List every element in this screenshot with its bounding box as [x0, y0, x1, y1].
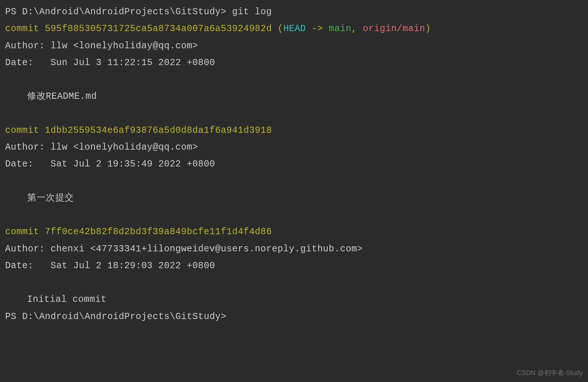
commit-hash: 7ff0ce42b82f8d2bd3f39a849bcfe11f1d4f4d86 [45, 226, 272, 237]
author-line: Author: chenxi <47733341+lilongweidev@us… [5, 241, 583, 258]
author-line: Author: llw <lonelyholiday@qq.com> [5, 38, 583, 55]
terminal-output[interactable]: PS D:\Android\AndroidProjects\GitStudy> … [5, 4, 583, 325]
refs-close-paren: ) [425, 23, 431, 34]
git-command: git log [232, 7, 272, 17]
author-line: Author: llw <lonelyholiday@qq.com> [5, 139, 583, 156]
branch-remote: origin/main [363, 23, 425, 34]
refs-comma: , [351, 23, 363, 34]
date-line: Date: Sun Jul 3 11:22:15 2022 +0800 [5, 55, 583, 71]
commit-message: 修改README.md [5, 88, 583, 105]
date-line: Date: Sat Jul 2 18:29:03 2022 +0800 [5, 258, 583, 274]
ps-prompt: PS D:\Android\AndroidProjects\GitStudy> [5, 311, 227, 322]
date-line: Date: Sat Jul 2 19:35:49 2022 +0800 [5, 156, 583, 173]
commit-hash-line: commit 7ff0ce42b82f8d2bd3f39a849bcfe11f1… [5, 224, 583, 240]
commit-prefix: commit [5, 125, 45, 136]
arrow-icon: -> [306, 23, 329, 34]
commit-hash: 595f885305731725ca5a8734a007a6a53924982d [45, 23, 272, 34]
refs-open-paren: ( [272, 23, 283, 34]
branch-local: main [329, 23, 351, 34]
ps-prompt: PS D:\Android\AndroidProjects\GitStudy> [5, 7, 232, 17]
blank-line [5, 71, 583, 88]
blank-line [5, 173, 583, 190]
commit-hash-line: commit 595f885305731725ca5a8734a007a6a53… [5, 20, 583, 37]
commit-prefix: commit [5, 226, 45, 237]
commit-hash: 1dbb2559534e6af93876a5d0d8da1f6a941d3918 [45, 125, 272, 136]
commit-message: 第一次提交 [5, 190, 583, 207]
head-ref: HEAD [283, 23, 306, 34]
blank-line [5, 274, 583, 291]
commit-prefix: commit [5, 23, 45, 34]
commit-message: Initial commit [5, 291, 583, 308]
prompt-line-1: PS D:\Android\AndroidProjects\GitStudy> … [5, 4, 583, 20]
prompt-line-2[interactable]: PS D:\Android\AndroidProjects\GitStudy> [5, 308, 583, 325]
csdn-watermark: CSDN @初学者-Study [517, 367, 583, 379]
blank-line [5, 105, 583, 122]
blank-line [5, 207, 583, 224]
commit-hash-line: commit 1dbb2559534e6af93876a5d0d8da1f6a9… [5, 122, 583, 139]
